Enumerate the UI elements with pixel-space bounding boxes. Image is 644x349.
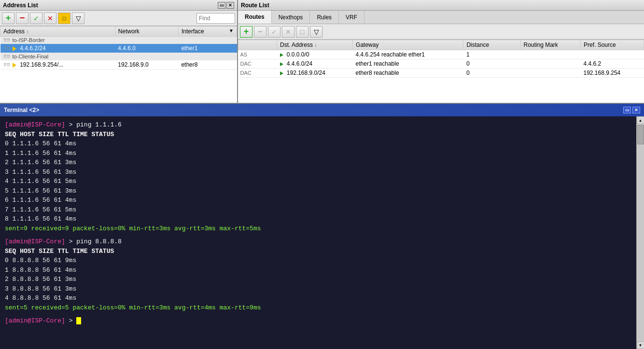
prompt1: [admin@ISP-Core] <box>5 121 65 128</box>
table-row[interactable]: ⠿⠿ 192.168.9.254/... 192.168.9.0 ether8 <box>0 60 237 70</box>
terminal-wrapper: [admin@ISP-Core] > ping 1.1.1.6 SEQ HOST… <box>0 116 644 349</box>
tab-vrf[interactable]: VRF <box>339 11 364 24</box>
route-active-icon <box>280 53 283 57</box>
ping1-row3: 3 1.1.1.6 56 61 3ms <box>5 168 631 177</box>
terminal-title: Terminal <2> <box>4 107 39 113</box>
cross-button[interactable]: ✕ <box>44 13 56 24</box>
route-list-titlebar: Route List <box>238 0 644 11</box>
terminal-titlebar-buttons: ▭ ✕ <box>623 107 640 113</box>
drag-handle: ⠿⠿ <box>3 38 10 43</box>
route-toolbar: + − ✓ ✕ □ ▽ <box>238 24 644 40</box>
route-list-panel: Route List Routes Nexthops Rules VRF + −… <box>238 0 644 103</box>
close-button[interactable]: ✕ <box>226 2 234 9</box>
address-list-titlebar: Address List ▭ ✕ <box>0 0 237 11</box>
ping1-stat-text: sent=9 received=9 packet-loss=0% min-rtt… <box>5 225 261 232</box>
col-distance[interactable]: Distance <box>463 40 520 50</box>
restore-button[interactable]: ▭ <box>218 2 225 9</box>
cmd2: > ping 8.8.8.8 <box>65 238 122 245</box>
final-prompt-line: [admin@ISP-Core] > <box>5 316 631 326</box>
ping1-row6: 6 1.1.1.6 56 61 4ms <box>5 195 631 205</box>
tabs-bar: Routes Nexthops Rules VRF <box>238 11 644 24</box>
terminal-titlebar: Terminal <2> ▭ ✕ <box>0 104 644 116</box>
route-remove-button[interactable]: − <box>254 26 266 38</box>
ping2-header: SEQ HOST SIZE TTL TIME STATUS <box>5 247 631 256</box>
add-button[interactable]: + <box>2 13 14 24</box>
row-icon <box>13 63 16 68</box>
drag-handle: ⠿⠿ <box>3 62 10 68</box>
final-prompt-text: [admin@ISP-Core] <box>5 317 65 324</box>
terminal-cursor <box>76 317 81 324</box>
route-copy-button[interactable]: □ <box>296 26 308 38</box>
scroll-track <box>637 124 644 341</box>
route-list-title: Route List <box>241 2 269 9</box>
find-input[interactable] <box>196 13 235 24</box>
table-row[interactable]: DAC 192.168.9.0/24 ether8 reachable 0 19… <box>238 69 644 78</box>
ping1-stat: sent=9 received=9 packet-loss=0% min-rtt… <box>5 224 631 234</box>
spacer <box>5 233 631 237</box>
col-interface[interactable]: Interface ▼ <box>178 27 237 37</box>
terminal-close-button[interactable]: ✕ <box>632 107 640 113</box>
filter-button[interactable]: ▽ <box>72 13 84 24</box>
tab-nexthops[interactable]: Nexthops <box>272 11 310 24</box>
ping2-prompt-line: [admin@ISP-Core] > ping 8.8.8.8 <box>5 237 631 247</box>
titlebar-buttons: ▭ ✕ <box>218 2 234 9</box>
remove-button[interactable]: − <box>16 13 28 24</box>
ping1-row2: 2 1.1.1.6 56 61 3ms <box>5 158 631 168</box>
table-row[interactable]: ⠿⠿ 4.4.6.2/24 4.4.6.0 ether1 <box>0 44 237 53</box>
route-active-icon <box>280 71 283 75</box>
ping1-row1: 1 1.1.1.6 56 61 4ms <box>5 149 631 158</box>
ping2-row2: 2 8.8.8.8 56 61 3ms <box>5 275 631 284</box>
route-table-container: Dst. Address ↕ Gateway Distance Routing … <box>238 40 644 103</box>
spacer2 <box>5 312 631 316</box>
col-dst[interactable]: Dst. Address ↕ <box>277 40 353 50</box>
ping1-row4: 4 1.1.1.6 56 61 5ms <box>5 177 631 186</box>
prompt2: [admin@ISP-Core] <box>5 238 65 245</box>
ping2-stat: sent=5 received=5 packet-loss=0% min-rtt… <box>5 303 631 313</box>
route-filter-button[interactable]: ▽ <box>310 26 322 38</box>
route-check-button[interactable]: ✓ <box>268 26 280 38</box>
ping1-row0: 0 1.1.1.6 56 61 4ms <box>5 139 631 149</box>
cmd1: > ping 1.1.1.6 <box>65 121 122 128</box>
address-list-title: Address List <box>3 2 38 9</box>
col-pref[interactable]: Pref. Source <box>581 40 644 50</box>
row-icon <box>13 46 16 51</box>
table-row[interactable]: DAC 4.4.6.0/24 ether1 reachable 0 4.4.6.… <box>238 59 644 69</box>
tab-routes[interactable]: Routes <box>238 11 272 24</box>
ping1-header: SEQ HOST SIZE TTL TIME STATUS <box>5 130 631 140</box>
group-cliente-final: ⠿⠿ to-Cliente-Final <box>0 53 237 60</box>
check-button[interactable]: ✓ <box>30 13 42 24</box>
ping1-row8: 8 1.1.1.6 56 61 4ms <box>5 214 631 224</box>
drag-handle: ⠿⠿ <box>3 54 10 59</box>
col-network[interactable]: Network <box>115 27 178 37</box>
ping2-row3: 3 8.8.8.8 56 61 3ms <box>5 284 631 294</box>
col-type <box>238 40 277 50</box>
route-add-button[interactable]: + <box>240 26 252 38</box>
scroll-up-button[interactable]: ▲ <box>637 116 644 124</box>
col-mark[interactable]: Routing Mark <box>520 40 581 50</box>
ping1-prompt-line: [admin@ISP-Core] > ping 1.1.1.6 <box>5 120 631 130</box>
ping2-row4: 4 8.8.8.8 56 61 4ms <box>5 293 631 303</box>
address-list-panel: Address List ▭ ✕ + − ✓ ✕ □ ▽ Address ↕ <box>0 0 238 103</box>
address-table: Address ↕ Network Interface ▼ <box>0 26 237 103</box>
ping2-stat-text: sent=5 received=5 packet-loss=0% min-rtt… <box>5 304 261 311</box>
scroll-down-button[interactable]: ▼ <box>637 341 644 349</box>
address-toolbar: + − ✓ ✕ □ ▽ <box>0 11 237 26</box>
ping2-row0: 0 8.8.8.8 56 61 9ms <box>5 256 631 265</box>
col-address[interactable]: Address ↕ <box>0 27 115 37</box>
drag-handle: ⠿⠿ <box>3 46 10 51</box>
tab-rules[interactable]: Rules <box>310 11 339 24</box>
copy-button[interactable]: □ <box>58 13 70 24</box>
ping1-row7: 7 1.1.1.6 56 61 5ms <box>5 205 631 215</box>
col-gateway[interactable]: Gateway <box>353 40 463 50</box>
route-cross-button[interactable]: ✕ <box>282 26 294 38</box>
terminal-body[interactable]: [admin@ISP-Core] > ping 1.1.1.6 SEQ HOST… <box>0 116 636 349</box>
route-active-icon <box>280 62 283 66</box>
terminal-panel: Terminal <2> ▭ ✕ [admin@ISP-Core] > ping… <box>0 104 644 349</box>
scrollbar[interactable]: ▲ ▼ <box>636 116 644 349</box>
terminal-restore-button[interactable]: ▭ <box>623 107 631 113</box>
group-isp-border: ⠿⠿ to-ISP-Border <box>0 37 237 44</box>
scroll-thumb[interactable] <box>637 125 644 144</box>
ping1-row5: 5 1.1.1.6 56 61 3ms <box>5 186 631 196</box>
table-row[interactable]: AS 0.0.0.0/0 4.4.6.254 reachable ether1 … <box>238 50 644 59</box>
ping2-row1: 1 8.8.8.8 56 61 4ms <box>5 265 631 275</box>
